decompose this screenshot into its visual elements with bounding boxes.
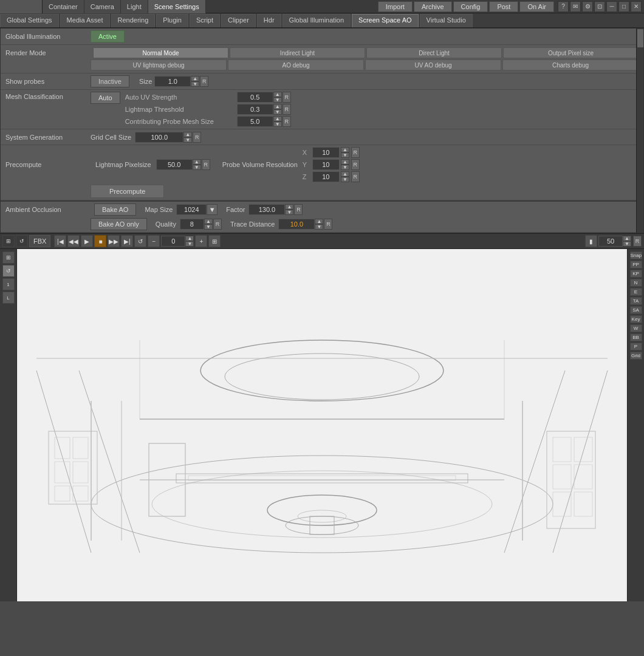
show-probes-toggle[interactable]: Inactive <box>91 75 129 87</box>
post-button[interactable]: Post <box>489 1 518 12</box>
y-up[interactable]: ▲ <box>341 159 349 165</box>
on-air-button[interactable]: On Air <box>519 1 554 12</box>
minus[interactable]: − <box>148 235 160 247</box>
lt-up[interactable]: ▲ <box>273 104 282 109</box>
tool-icon-2[interactable]: ↺ <box>2 265 15 277</box>
import-button[interactable]: Import <box>378 1 413 12</box>
scrollbar-thumb[interactable] <box>637 29 643 47</box>
factor-reset[interactable]: R <box>294 204 303 215</box>
map-size-input[interactable] <box>176 204 207 215</box>
rs-e[interactable]: E <box>630 288 642 296</box>
go-end[interactable]: ▶| <box>121 235 133 247</box>
settings-icon[interactable]: ⚙ <box>582 1 593 12</box>
close-icon[interactable]: ✕ <box>631 1 642 12</box>
rs-snap[interactable]: Snap <box>630 251 642 259</box>
tool-icon-1[interactable]: ⊞ <box>2 251 15 264</box>
lt-reset[interactable]: R <box>283 104 291 115</box>
tab-media-asset[interactable]: Media Asset <box>60 14 110 27</box>
top-tab-light[interactable]: Light <box>121 0 148 13</box>
quality-input[interactable] <box>180 219 204 230</box>
tab-hdr[interactable]: Hdr <box>257 14 281 27</box>
x-input[interactable] <box>312 147 340 158</box>
tl-icon-2[interactable]: ↺ <box>16 235 28 247</box>
lightmap-pixelsize-input[interactable] <box>156 159 193 170</box>
factor-input[interactable] <box>248 204 285 215</box>
tab-screen-space-ao[interactable]: Screen Space AO <box>352 14 418 27</box>
next-frame[interactable]: ▶▶ <box>108 235 120 247</box>
auto-uv-strength-input[interactable] <box>237 92 273 103</box>
render-mode-uv-ao[interactable]: UV AO debug <box>365 60 501 70</box>
bake-ao-button[interactable]: Bake AO <box>94 203 136 216</box>
mail-icon[interactable]: ✉ <box>570 1 581 12</box>
play-button[interactable]: ▶ <box>81 235 93 247</box>
z-input[interactable] <box>312 171 340 182</box>
tool-icon-4[interactable]: L <box>2 292 15 304</box>
global-illumination-toggle[interactable]: Active <box>91 30 125 43</box>
speed-down[interactable]: ▼ <box>623 241 631 247</box>
y-reset[interactable]: R <box>351 159 360 170</box>
grid-down[interactable]: ▼ <box>183 137 192 143</box>
stop-button[interactable]: ■ <box>94 235 106 247</box>
render-mode-output[interactable]: Output Pixel size <box>503 47 639 58</box>
rs-w[interactable]: W <box>630 324 642 332</box>
lp-up[interactable]: ▲ <box>193 159 201 165</box>
factor-down[interactable]: ▼ <box>285 210 293 215</box>
vertical-scrollbar[interactable] <box>636 29 643 233</box>
lp-down[interactable]: ▼ <box>193 165 201 170</box>
auto-uv-down[interactable]: ▼ <box>273 97 282 103</box>
cp-up[interactable]: ▲ <box>273 116 282 121</box>
config-button[interactable]: Config <box>453 1 488 12</box>
auto-uv-reset[interactable]: R <box>283 92 291 103</box>
lightmap-threshold-input[interactable] <box>237 104 273 115</box>
help-icon[interactable]: ? <box>558 1 569 12</box>
mesh-classification-mode[interactable]: Auto <box>91 92 120 104</box>
size-input[interactable] <box>154 76 191 87</box>
top-tab-camera[interactable]: Camera <box>84 0 121 13</box>
restore-icon[interactable]: ⊡ <box>594 1 605 12</box>
trace-reset[interactable]: R <box>324 219 332 230</box>
quality-reset[interactable]: R <box>213 219 222 230</box>
contributing-probe-input[interactable] <box>237 116 273 127</box>
speed-input[interactable] <box>598 236 623 247</box>
quality-up[interactable]: ▲ <box>204 219 213 224</box>
precompute-button[interactable]: Precompute <box>91 185 164 198</box>
expand[interactable]: ⊞ <box>208 235 221 247</box>
trace-up[interactable]: ▲ <box>315 219 323 224</box>
trace-down[interactable]: ▼ <box>315 224 323 230</box>
render-mode-charts[interactable]: Charts debug <box>502 60 639 70</box>
z-up[interactable]: ▲ <box>341 171 349 177</box>
timeline-marker[interactable]: ▮ <box>585 235 597 247</box>
size-down[interactable]: ▼ <box>191 81 199 87</box>
tab-global-illumination[interactable]: Global Illumination <box>283 14 351 27</box>
y-input[interactable] <box>312 159 340 170</box>
tab-virtual-studio[interactable]: Virtual Studio <box>420 14 473 27</box>
size-up[interactable]: ▲ <box>191 76 199 81</box>
lt-down[interactable]: ▼ <box>273 109 282 115</box>
render-mode-direct[interactable]: Direct Light <box>366 47 502 58</box>
x-up[interactable]: ▲ <box>341 147 349 152</box>
frame-down[interactable]: ▼ <box>185 241 194 247</box>
z-down[interactable]: ▼ <box>341 177 349 182</box>
auto-uv-up[interactable]: ▲ <box>273 92 282 97</box>
maximize-icon[interactable]: □ <box>618 1 629 12</box>
tl-icon-1[interactable]: ⊞ <box>2 235 15 247</box>
factor-up[interactable]: ▲ <box>285 204 293 210</box>
speed-reset[interactable]: R <box>633 236 642 247</box>
frame-input[interactable] <box>161 236 185 247</box>
frame-up[interactable]: ▲ <box>185 236 194 241</box>
map-size-dropdown[interactable]: ▼ <box>207 204 218 215</box>
go-start[interactable]: |◀ <box>54 235 66 247</box>
grid-cell-size-input[interactable] <box>135 132 183 143</box>
grid-up[interactable]: ▲ <box>183 132 192 137</box>
rewind[interactable]: ↺ <box>134 235 146 247</box>
tool-icon-3[interactable]: 1 <box>2 278 15 290</box>
render-mode-indirect[interactable]: Indirect Light <box>230 47 365 58</box>
tab-script[interactable]: Script <box>190 14 220 27</box>
rs-key[interactable]: Key <box>630 315 642 323</box>
rs-n[interactable]: N <box>630 279 642 287</box>
tab-global-settings[interactable]: Global Settings <box>0 14 59 27</box>
quality-down[interactable]: ▼ <box>204 224 213 230</box>
rs-grid[interactable]: Grid <box>630 352 642 360</box>
cp-down[interactable]: ▼ <box>273 121 282 127</box>
top-tab-scene-settings[interactable]: Scene Settings <box>148 0 206 13</box>
